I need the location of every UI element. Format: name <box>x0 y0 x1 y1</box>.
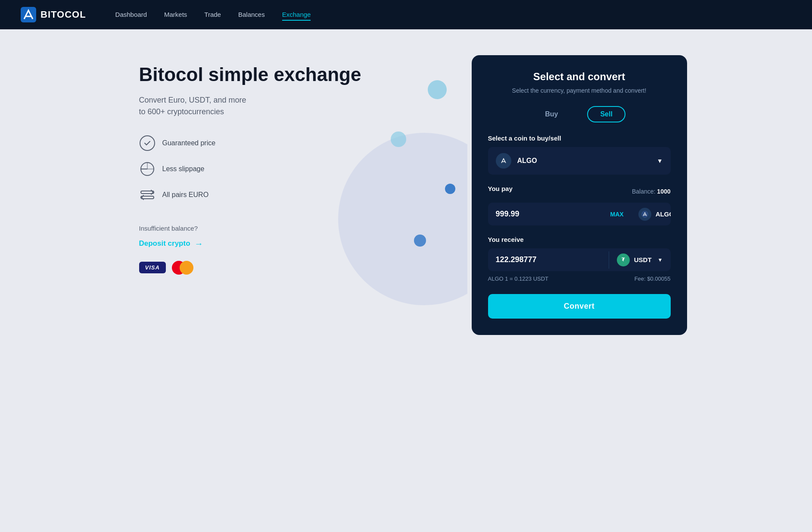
pay-coin-display: ALGO <box>631 208 671 221</box>
balance-value: 1000 <box>657 188 670 195</box>
shield-check-icon <box>139 135 156 151</box>
rate-row: ALGO 1 = 0.1223 USDT Fee: $0.00055 <box>488 275 671 282</box>
buy-button[interactable]: Buy <box>533 107 570 122</box>
payment-badges: VISA <box>139 261 454 275</box>
visa-badge: VISA <box>139 262 166 273</box>
usdt-icon: ₮ <box>617 253 630 266</box>
panel-title: Select and convert <box>488 71 671 83</box>
rate-text: ALGO 1 = 0.1223 USDT <box>488 275 549 282</box>
pay-coin-icon <box>638 208 651 221</box>
nav-links: Dashboard Markets Trade Balances Exchang… <box>115 11 311 19</box>
feature-all-pairs: All pairs EURO <box>139 187 454 203</box>
page-subtitle: Convert Euro, USDT, and moreto 600+ cryp… <box>139 94 454 118</box>
algo-logo-icon <box>499 156 508 165</box>
you-pay-label: You pay <box>488 185 513 192</box>
pay-header: You pay Balance: 1000 <box>488 185 671 197</box>
max-button[interactable]: MAX <box>604 211 631 218</box>
mc-yellow-circle <box>180 261 193 275</box>
pay-input-row: MAX ALGO <box>488 203 671 225</box>
sell-button[interactable]: Sell <box>587 106 625 122</box>
you-receive-label: You receive <box>488 236 671 243</box>
chevron-down-icon: ▼ <box>657 157 663 164</box>
navbar: BITOCOL Dashboard Markets Trade Balances… <box>0 0 812 29</box>
panel-subtitle: Select the currency, payment method and … <box>488 87 671 94</box>
page-title: Bitocol simple exchange <box>139 64 454 86</box>
receive-coin-select[interactable]: ₮ USDT ▼ <box>609 253 671 266</box>
feature-guaranteed-price: Guaranteed price <box>139 135 454 151</box>
mastercard-badge <box>172 261 193 275</box>
receive-coin-name: USDT <box>634 256 652 263</box>
arrow-right-icon: → <box>195 239 203 249</box>
algo-pay-icon <box>641 211 648 218</box>
selected-coin-name: ALGO <box>517 157 651 165</box>
balance-display: Balance: 1000 <box>632 188 671 195</box>
svg-point-11 <box>499 156 508 165</box>
algo-coin-icon <box>496 153 511 169</box>
insufficient-balance-text: Insufficient balance? <box>139 225 454 232</box>
features-list: Guaranteed price Less slippage All pairs… <box>139 135 454 203</box>
nav-item-exchange[interactable]: Exchange <box>282 11 311 19</box>
nav-item-balances[interactable]: Balances <box>238 11 265 19</box>
coin-select-dropdown[interactable]: ALGO ▼ <box>488 147 671 175</box>
logo-icon <box>21 7 36 22</box>
coin-select-label: Select a coin to buy/sell <box>488 135 671 142</box>
transfer-icon <box>139 187 156 203</box>
nav-item-trade[interactable]: Trade <box>204 11 221 19</box>
main-content: Bitocol simple exchange Convert Euro, US… <box>105 29 708 361</box>
svg-point-1 <box>140 136 155 150</box>
feature-less-slippage: Less slippage <box>139 161 454 177</box>
logo: BITOCOL <box>21 7 86 22</box>
logo-text: BITOCOL <box>40 9 86 20</box>
pay-coin-name: ALGO <box>656 210 671 218</box>
pie-chart-icon <box>139 161 156 177</box>
pay-amount-input[interactable] <box>488 203 604 225</box>
deposit-crypto-link[interactable]: Deposit crypto → <box>139 239 454 249</box>
fee-text: Fee: $0.00055 <box>635 275 671 282</box>
receive-chevron-icon: ▼ <box>658 257 663 263</box>
receive-input-row: ₮ USDT ▼ <box>488 248 671 271</box>
exchange-panel: Select and convert Select the currency, … <box>472 55 687 335</box>
buy-sell-toggle: Buy Sell <box>488 106 671 122</box>
nav-item-markets[interactable]: Markets <box>164 11 187 19</box>
svg-point-13 <box>641 211 648 218</box>
nav-item-dashboard[interactable]: Dashboard <box>115 11 147 19</box>
convert-button[interactable]: Convert <box>488 294 671 319</box>
left-panel: Bitocol simple exchange Convert Euro, US… <box>139 55 454 335</box>
receive-amount-input[interactable] <box>488 248 609 271</box>
